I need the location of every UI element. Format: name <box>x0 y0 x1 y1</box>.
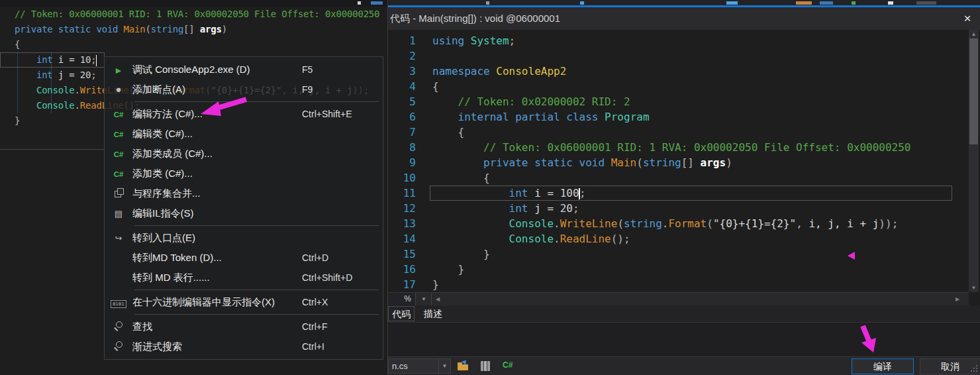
file-select-combobox[interactable]: n.cs ▼ <box>388 358 451 374</box>
horizontal-scrollbar-row: % ▼ ◀ ▶ <box>388 292 969 305</box>
menu-item[interactable]: C#添加类 (C#)... <box>105 164 383 184</box>
chevron-down-icon: ▼ <box>438 359 450 373</box>
menu-item[interactable]: 渐进式搜索Ctrl+I <box>105 337 383 356</box>
description-panel <box>388 323 980 356</box>
menu-item-shortcut: Ctrl+X <box>302 292 328 312</box>
code-line: 5 // Token: 0x02000002 RID: 2 <box>388 94 969 109</box>
menu-item-shortcut: Ctrl+I <box>302 337 324 356</box>
menu-item-shortcut: F5 <box>302 60 313 80</box>
menu-item[interactable]: 转到 MD 表行......Ctrl+Shift+D <box>105 268 383 288</box>
zoom-dropdown-icon[interactable]: ▼ <box>416 293 432 305</box>
entry-point-icon: ↪ <box>115 233 122 243</box>
search-icon <box>114 321 124 331</box>
menu-item[interactable]: C#编辑方法 (C#)...Ctrl+Shift+E <box>105 104 383 124</box>
code-line: 15 } <box>388 246 969 262</box>
merge-assembly-icon <box>114 188 124 197</box>
menu-item-label: 添加断点(A) <box>132 83 185 96</box>
menu-item-label: 与程序集合并... <box>132 188 201 200</box>
hex-editor-icon: 0101 <box>111 300 126 308</box>
background-window-fragment <box>371 1 383 5</box>
menu-item[interactable]: 查找Ctrl+F <box>105 317 383 337</box>
scroll-up-icon[interactable]: ▲ <box>969 30 979 38</box>
menu-item[interactable]: 转到MD Token (D)...Ctrl+D <box>105 248 383 268</box>
close-icon[interactable]: × <box>958 10 977 27</box>
line-number: 16 <box>393 262 416 277</box>
line-number: 17 <box>393 277 416 292</box>
background-window-fragment <box>358 1 361 5</box>
line-number: 9 <box>393 155 416 170</box>
menu-item[interactable]: C#编辑类 (C#)... <box>105 124 383 144</box>
menu-item-label: 添加类 (C#)... <box>132 168 193 180</box>
compile-button[interactable]: 编译 <box>852 358 914 374</box>
code-line: 8 // Token: 0x06000001 RID: 1 RVA: 0x000… <box>388 140 969 155</box>
menu-item-label: 编辑方法 (C#)... <box>132 108 203 121</box>
menu-item[interactable]: 0101在十六进制编辑器中显示指令(X)Ctrl+X <box>105 292 383 312</box>
zoom-level-box[interactable]: % <box>388 293 416 305</box>
menu-item[interactable]: ●添加断点(A)F9 <box>105 80 383 99</box>
background-window-fragment <box>726 1 738 5</box>
code-line: 9 private static void Main(string[] args… <box>388 155 969 170</box>
menu-item-label: 转到 MD 表行...... <box>132 272 210 284</box>
dialog-bottom-bar: n.cs ▼ C# 编译 取消 <box>388 356 980 375</box>
menu-separator <box>134 314 379 315</box>
line-number: 7 <box>393 125 416 140</box>
tab-description[interactable]: 描述 <box>418 306 448 321</box>
file-select-value: n.cs <box>392 359 408 373</box>
code-line: 12 int j = 20; <box>388 201 969 216</box>
menu-item-label: 添加类成员 (C#)... <box>132 148 213 160</box>
menu-item[interactable]: ↪转到入口点(E) <box>105 228 383 248</box>
background-window-fragment <box>796 1 812 5</box>
il-document-icon: ▤ <box>115 209 122 219</box>
text-caret <box>96 55 97 66</box>
menu-item-label: 转到MD Token (D)... <box>132 252 222 264</box>
background-window-strip <box>0 0 387 7</box>
code-line: 4{ <box>388 79 969 94</box>
menu-item-label: 在十六进制编辑器中显示指令(X) <box>132 296 275 309</box>
menu-item[interactable]: C#添加类成员 (C#)... <box>105 144 383 164</box>
line-number: 4 <box>393 79 416 94</box>
menu-separator <box>134 290 379 290</box>
csharp-icon[interactable]: C# <box>503 360 513 370</box>
debug-play-icon: ▶ <box>116 66 121 74</box>
code-line: 1using System; <box>388 33 969 48</box>
menu-item-shortcut: Ctrl+Shift+E <box>302 104 352 124</box>
menu-item-label: 调试 ConsoleApp2.exe (D) <box>132 64 250 76</box>
dialog-title: 代码 - Main(string[]) : void @06000001 <box>390 7 560 30</box>
menu-item-label: 查找 <box>132 321 152 333</box>
dialog-title-bar: 代码 - Main(string[]) : void @06000001 × <box>388 7 980 30</box>
csharp-icon: C# <box>114 131 124 138</box>
scrollbar-thumb[interactable] <box>969 38 978 144</box>
resize-grip[interactable] <box>971 365 979 373</box>
code-line: 10 { <box>388 170 969 186</box>
menu-item[interactable]: 与程序集合并... <box>105 184 383 203</box>
code-line: 13 Console.WriteLine(string.Format("{0}+… <box>388 216 969 231</box>
code-line: 14 Console.ReadLine(); <box>388 231 969 246</box>
breakpoint-icon: ● <box>115 83 121 95</box>
background-window-fragment <box>852 1 856 5</box>
menu-item[interactable]: ▶调试 ConsoleApp2.exe (D)F5 <box>105 60 383 80</box>
code-line: 6 internal partial class Program <box>388 109 969 125</box>
line-number: 2 <box>393 48 416 64</box>
menu-item-shortcut: Ctrl+D <box>302 248 328 268</box>
edit-code-editor[interactable]: 1using System;23namespace ConsoleApp24{5… <box>388 33 969 292</box>
background-window-fragment <box>486 1 489 5</box>
tab-code[interactable]: 代码 <box>388 306 415 321</box>
scroll-right-icon[interactable]: ▶ <box>952 293 963 305</box>
background-window-fragment <box>916 1 936 5</box>
background-window-fragment <box>580 1 584 5</box>
menu-item[interactable]: ▤编辑IL指令(S) <box>105 203 383 223</box>
menu-item-shortcut: Ctrl+F <box>302 317 328 337</box>
scroll-left-icon[interactable]: ◀ <box>432 293 443 305</box>
add-document-icon[interactable] <box>458 362 469 371</box>
context-menu: ▶调试 ConsoleApp2.exe (D)F5●添加断点(A)F9C#编辑方… <box>104 56 383 360</box>
background-window-fragment <box>820 1 833 5</box>
scroll-down-icon[interactable]: ▼ <box>969 284 979 292</box>
code-line: 2 <box>388 48 969 64</box>
csharp-icon: C# <box>114 170 124 178</box>
edit-code-dialog: 代码 - Main(string[]) : void @06000001 × 1… <box>387 0 980 375</box>
line-number: 10 <box>393 170 416 186</box>
menu-item-label: 编辑IL指令(S) <box>132 207 194 220</box>
vertical-scrollbar[interactable]: ▲ ▼ <box>969 30 979 292</box>
assembly-references-icon[interactable] <box>481 361 492 371</box>
background-window-strip <box>388 0 980 5</box>
